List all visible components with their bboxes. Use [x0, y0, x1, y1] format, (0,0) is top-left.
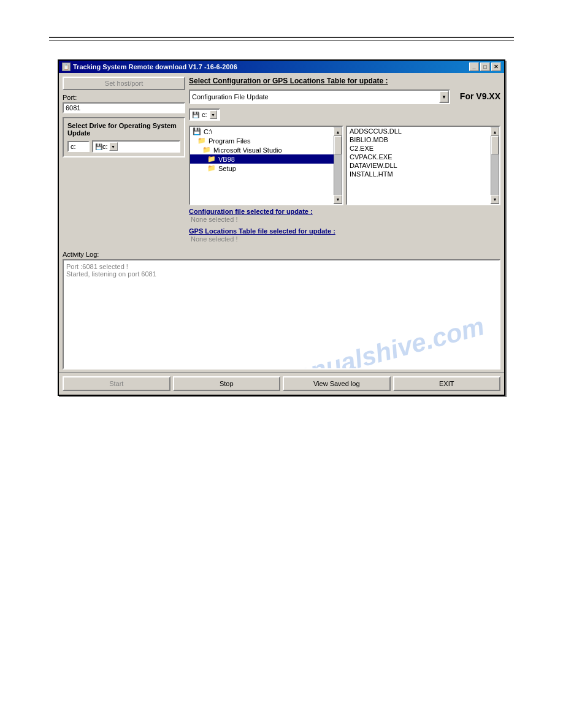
- folder-item-root[interactable]: 💾 C:\: [190, 127, 334, 136]
- file-label-2: BIBLIO.MDB: [350, 136, 388, 143]
- file-item-2[interactable]: BIBLIO.MDB: [347, 135, 491, 144]
- folder-item-msvc[interactable]: 📁 Microsoft Visual Studio: [190, 145, 334, 154]
- window-body: Set host/port Port: Select Drive for Ope…: [59, 73, 504, 248]
- set-host-port-button[interactable]: Set host/port: [63, 77, 185, 90]
- file-label-6: INSTALL.HTM: [350, 170, 393, 178]
- folder-item-vb98[interactable]: 📁 VB98: [190, 154, 334, 164]
- titlebar-left: 📋 Tracking System Remote download V1.7 -…: [62, 63, 237, 71]
- maximize-button[interactable]: □: [480, 63, 490, 71]
- folder-label: C:\: [204, 128, 212, 135]
- folder-item-program-files[interactable]: 📁 Program Files: [190, 136, 334, 145]
- file-label-3: C2.EXE: [350, 145, 373, 152]
- right-panel: Select Configuration or GPS Locations Ta…: [189, 77, 500, 245]
- gps-table-label: GPS Locations Table file selected for up…: [189, 227, 500, 235]
- minimize-button[interactable]: _: [469, 63, 479, 71]
- stop-button[interactable]: Stop: [173, 376, 281, 391]
- folder-item-setup[interactable]: 📁 Setup: [190, 164, 334, 173]
- config-header: Select Configuration or GPS Locations Ta…: [189, 77, 500, 85]
- folder-list-inner: 💾 C:\ 📁 Program Files 📁 Microsoft Visua: [190, 127, 334, 204]
- activity-section: Activity Log: Port :6081 selected ! Star…: [59, 248, 504, 372]
- top-rule-1: [49, 37, 514, 38]
- activity-log-line-1: Port :6081 selected !: [66, 263, 497, 270]
- folder-label-3: Microsoft Visual Studio: [213, 146, 282, 154]
- folder-scrollbar[interactable]: ▲ ▼: [334, 127, 342, 204]
- page: 📋 Tracking System Remote download V1.7 -…: [0, 0, 563, 728]
- drive-combo-icon: 💾: [192, 112, 199, 118]
- drive-row: 💾 c: ▼: [67, 140, 180, 153]
- activity-label: Activity Log:: [63, 251, 500, 258]
- folder-label-5: Setup: [218, 165, 236, 172]
- file-scroll-thumb[interactable]: [491, 136, 499, 154]
- config-dropdown-button[interactable]: ▼: [439, 91, 449, 103]
- file-scrollbar[interactable]: ▲ ▼: [491, 127, 499, 204]
- file-browser: 💾 C:\ 📁 Program Files 📁 Microsoft Visua: [189, 126, 500, 205]
- exit-button[interactable]: EXIT: [393, 376, 501, 391]
- bottom-buttons: Start Stop View Saved log EXIT: [59, 372, 504, 395]
- config-dropdown-row: Configuration File Update ▼ For V9.XX: [189, 89, 500, 104]
- config-file-label: Configuration file selected for update :: [189, 208, 500, 215]
- port-input[interactable]: [63, 102, 185, 113]
- gps-table-section: GPS Locations Table file selected for up…: [189, 227, 500, 243]
- disk-icon: 💾: [95, 143, 102, 150]
- port-section: Port:: [63, 94, 185, 113]
- drive-selector-label: c:: [102, 143, 108, 150]
- config-file-value: None selected !: [189, 215, 500, 224]
- drive-combo[interactable]: 💾 c: ▼: [189, 108, 220, 121]
- folder-label-2: Program Files: [209, 137, 250, 145]
- file-listbox[interactable]: ADDSCCUS.DLL BIBLIO.MDB C2.EXE CVPACK.EX…: [346, 126, 500, 205]
- for-version: For V9.XX: [460, 91, 500, 101]
- view-saved-log-button[interactable]: View Saved log: [283, 376, 391, 391]
- top-rule-2: [49, 40, 514, 41]
- drive-combo-label: c:: [202, 111, 207, 118]
- drive-section-label: Select Drive for Operating System Update: [67, 122, 180, 137]
- start-button[interactable]: Start: [63, 376, 170, 391]
- file-label-5: DATAVIEW.DLL: [350, 162, 397, 169]
- close-button[interactable]: ✕: [491, 63, 501, 71]
- left-panel: Set host/port Port: Select Drive for Ope…: [63, 77, 185, 245]
- port-label: Port:: [63, 94, 185, 101]
- scroll-track: [334, 136, 342, 195]
- file-scroll-down[interactable]: ▼: [491, 195, 499, 203]
- main-window: 📋 Tracking System Remote download V1.7 -…: [58, 59, 505, 396]
- file-scroll-up[interactable]: ▲: [491, 127, 499, 136]
- activity-log-line-2: Started, listening on port 6081: [66, 270, 497, 278]
- window-title: Tracking System Remote download V1.7 -16…: [73, 63, 237, 70]
- folder-icon-3: 📁: [202, 146, 211, 154]
- file-item-4[interactable]: CVPACK.EXE: [347, 153, 491, 161]
- file-label-1: ADDSCCUS.DLL: [350, 127, 402, 135]
- folder-icon-4: 📁: [207, 155, 216, 163]
- window-controls: _ □ ✕: [469, 63, 501, 71]
- scroll-up-btn[interactable]: ▲: [334, 127, 342, 136]
- folder-listbox[interactable]: 💾 C:\ 📁 Program Files 📁 Microsoft Visua: [189, 126, 343, 205]
- file-label-4: CVPACK.EXE: [350, 153, 393, 161]
- folder-icon: 💾: [193, 127, 201, 135]
- file-item-3[interactable]: C2.EXE: [347, 144, 491, 153]
- file-item-6[interactable]: INSTALL.HTM: [347, 170, 491, 178]
- file-item-1[interactable]: ADDSCCUS.DLL: [347, 127, 491, 135]
- config-file-section: Configuration file selected for update :…: [189, 208, 500, 224]
- file-scroll-track: [491, 136, 499, 195]
- drive-combo-arrow[interactable]: ▼: [210, 110, 217, 119]
- folder-icon-5: 📁: [207, 164, 216, 172]
- config-dropdown-value: Configuration File Update: [190, 93, 439, 101]
- drive-dropdown-row: 💾 c: ▼: [189, 108, 500, 121]
- gps-table-value: None selected !: [189, 235, 500, 243]
- file-item-5[interactable]: DATAVIEW.DLL: [347, 161, 491, 170]
- watermark: manualshive.com: [270, 311, 487, 370]
- folder-label-4: VB98: [218, 156, 235, 163]
- titlebar: 📋 Tracking System Remote download V1.7 -…: [59, 61, 504, 73]
- drive-selector[interactable]: 💾 c: ▼: [92, 140, 180, 153]
- folder-icon-2: 📁: [197, 137, 206, 145]
- scroll-thumb[interactable]: [334, 136, 342, 154]
- activity-log: Port :6081 selected ! Started, listening…: [63, 259, 500, 370]
- file-list-inner: ADDSCCUS.DLL BIBLIO.MDB C2.EXE CVPACK.EX…: [347, 127, 491, 204]
- app-icon: 📋: [62, 63, 71, 71]
- drive-input[interactable]: [67, 141, 90, 152]
- win-frame: 📋 Tracking System Remote download V1.7 -…: [58, 59, 505, 396]
- drive-section: Select Drive for Operating System Update…: [63, 117, 185, 157]
- scroll-down-btn[interactable]: ▼: [334, 195, 342, 203]
- drive-dropdown-arrow[interactable]: ▼: [109, 142, 118, 151]
